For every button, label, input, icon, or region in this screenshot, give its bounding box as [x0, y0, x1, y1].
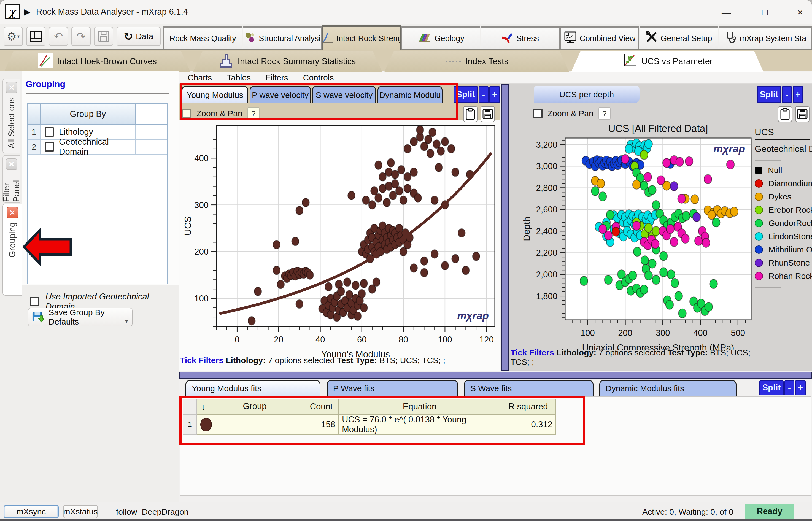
legend-item-lindonstone[interactable]: LindonStone	[755, 230, 811, 243]
save-chart-button[interactable]	[795, 106, 810, 122]
app-tab-label: Rock Mass Quality	[170, 34, 236, 43]
minimize-button[interactable]: —	[714, 5, 739, 19]
app-tab-mxrap-system-sta[interactable]: mXrap System Sta	[719, 26, 812, 49]
redo-button[interactable]: ↷	[71, 27, 91, 46]
vertical-splitter[interactable]	[501, 84, 509, 371]
layout-button[interactable]	[26, 27, 45, 46]
menu-controls[interactable]: Controls	[303, 73, 334, 83]
app-tab-general-setup[interactable]: General Setup	[639, 26, 718, 49]
expand-button[interactable]: +	[793, 86, 803, 103]
mxsync-button[interactable]: mXsync	[4, 505, 59, 518]
legend-scroll-grip[interactable]	[755, 160, 781, 161]
r-squared-column-header[interactable]: R squared	[501, 399, 556, 414]
svg-text:mχrap: mχrap	[457, 310, 489, 321]
count-column-header[interactable]: Count	[304, 399, 338, 414]
close-button[interactable]: ×	[788, 5, 812, 19]
fits-tab-dynamic-modulus-fits[interactable]: Dynamic Modulus fits	[599, 380, 737, 396]
legend-item-mithrilium-ore[interactable]: Mithrilium Ore	[755, 243, 811, 256]
collapse-button[interactable]: -	[785, 380, 794, 395]
page-tab-intact-hoek-brown-curves[interactable]: Intact Hoek-Brown Curves	[4, 51, 190, 72]
app-tab-combined-view[interactable]: Combined View	[560, 26, 639, 49]
legend-item-rhunstone[interactable]: RhunStone	[755, 256, 811, 269]
save-group-by-defaults-button[interactable]: Save Group By Defaults ▼	[28, 308, 133, 326]
legend-scroll-grip[interactable]	[755, 287, 781, 288]
split-button[interactable]: Split	[757, 86, 781, 103]
sidebar-tab-grouping[interactable]: ✕Grouping	[2, 204, 22, 296]
legend-item-rohan-rock[interactable]: Rohan Rock	[755, 269, 811, 283]
group-by-header: Group By	[27, 104, 167, 125]
tick-filters-link[interactable]: Tick Filters	[180, 356, 223, 365]
equation-column-header[interactable]: Equation	[338, 399, 501, 414]
page-tab-ucs-vs-parameter[interactable]: UCS vs Parameter	[571, 51, 764, 72]
ucs-vs-young-modulus-chart[interactable]: 020406080100120100200300400Young's Modul…	[179, 121, 500, 357]
copy-chart-button[interactable]	[778, 106, 792, 122]
dropdown-caret-icon: ▼	[124, 318, 129, 324]
chart-tab-p-wave-velocity[interactable]: P wave velocity	[250, 86, 311, 103]
split-button[interactable]: Split	[453, 86, 478, 103]
legend-item-diamondium-ore[interactable]: Diamondium Ore	[755, 177, 811, 190]
expand-button[interactable]: +	[489, 86, 500, 103]
tab-ucs-per-depth[interactable]: UCS per depth	[534, 86, 639, 103]
fits-data-row[interactable]: 1 158 UCS = 76.0 * e^( 0.0138 * Young Mo…	[183, 414, 556, 435]
settings-gear-button[interactable]: ⚙▾	[4, 27, 23, 46]
close-icon[interactable]: ✕	[7, 207, 18, 219]
group-by-column-header[interactable]: Group By	[41, 104, 136, 124]
table-row[interactable]: 2 Geotechnical Domain	[27, 140, 167, 155]
legend-item-erebor-rock[interactable]: Erebor Rock	[755, 203, 811, 217]
help-button[interactable]: ?	[599, 107, 611, 120]
mxstatus-button[interactable]: mXstatus	[63, 505, 98, 518]
group-column-header[interactable]: ↓Group	[197, 399, 304, 414]
app-tab-structural-analysi[interactable]: Structural Analysi	[243, 26, 321, 49]
fits-tab-young-modulus-fits[interactable]: Young Modulus fits	[185, 380, 320, 396]
geotechnical-domain-checkbox[interactable]	[45, 142, 54, 152]
split-button[interactable]: Split	[759, 380, 784, 395]
expand-button[interactable]: +	[795, 380, 806, 395]
collapse-button[interactable]: -	[782, 86, 792, 103]
app-tab-stress[interactable]: Stress	[481, 26, 560, 49]
save-button[interactable]	[94, 27, 113, 46]
chart-tab-dynamic-modulu[interactable]: Dynamic Modulu	[378, 86, 443, 103]
grouping-link[interactable]: Grouping	[26, 79, 65, 89]
app-tab-rock-mass-quality[interactable]: Rock Mass Quality	[163, 26, 242, 49]
tick-filters-link[interactable]: Tick Filters	[511, 348, 554, 357]
save-chart-button[interactable]	[480, 106, 495, 122]
legend-item-null[interactable]: Null	[755, 164, 811, 177]
window-bottom-edge	[0, 519, 812, 521]
sidebar-tab-all-selections[interactable]: ✕All Selections	[2, 78, 20, 154]
ucs-per-depth-chart[interactable]: 1002003004005001,8002,0002,2002,4002,600…	[510, 121, 755, 349]
close-icon[interactable]: ✕	[6, 158, 17, 170]
copy-chart-button[interactable]	[463, 106, 477, 122]
svg-text:2,200: 2,200	[536, 248, 558, 257]
zoom-pan-checkbox[interactable]	[533, 109, 543, 118]
fits-header-row: ↓Group Count Equation R squared	[183, 399, 556, 414]
app-tab-intact-rock-streng[interactable]: Intact Rock Streng	[322, 25, 401, 50]
app-tab-label: Intact Rock Streng	[336, 34, 401, 43]
use-imported-checkbox[interactable]	[30, 297, 39, 307]
chart-tab-young-modulus[interactable]: Young Modulus	[182, 86, 248, 103]
undo-button[interactable]: ↶	[49, 27, 68, 46]
close-icon[interactable]: ✕	[6, 82, 17, 93]
play-icon: ▶	[24, 7, 30, 17]
save-icon	[98, 30, 109, 42]
menu-tables[interactable]: Tables	[227, 73, 251, 83]
zoom-pan-checkbox[interactable]	[182, 109, 191, 118]
horizontal-splitter[interactable]	[179, 372, 812, 379]
page-tab-intact-rock-summary-statistics[interactable]: Intact Rock Summary Statistics	[193, 51, 382, 72]
page-tab-index-tests[interactable]: Index Tests	[384, 51, 569, 72]
lithology-checkbox[interactable]	[45, 127, 54, 137]
legend-item-dykes[interactable]: Dykes	[755, 190, 811, 203]
legend-item-gondorrock-or-theshine[interactable]: GondorRock or TheShine	[755, 217, 811, 230]
menu-charts[interactable]: Charts	[188, 73, 212, 83]
maximize-button[interactable]: □	[752, 5, 777, 19]
menu-filters[interactable]: Filters	[266, 73, 288, 83]
fits-tab-p-wave-fits[interactable]: P Wave fits	[327, 380, 458, 396]
collapse-button[interactable]: -	[479, 86, 489, 103]
sidebar-tab-filter-panel[interactable]: ✕Filter Panel	[2, 155, 20, 203]
fits-tab-s-wave-fits[interactable]: S Wave fits	[464, 380, 593, 396]
legend-label: Erebor Rock	[768, 205, 812, 214]
clipboard-icon	[466, 108, 475, 120]
chart-tab-s-wave-velocity[interactable]: S wave velocity	[312, 86, 376, 103]
help-button[interactable]: ?	[247, 107, 260, 120]
data-refresh-button[interactable]: ↻Data	[116, 27, 161, 46]
app-tab-geology[interactable]: Geology	[402, 26, 480, 49]
